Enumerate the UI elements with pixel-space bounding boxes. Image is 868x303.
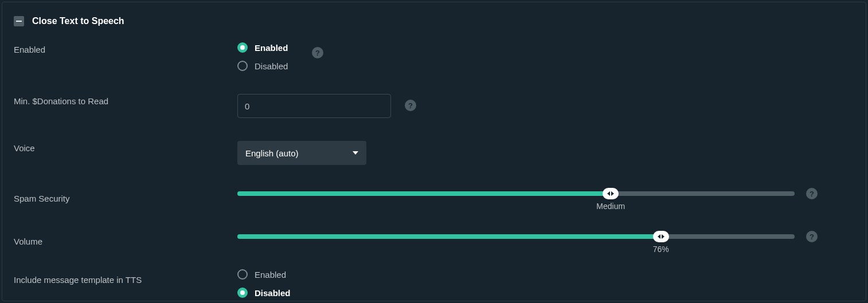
minus-icon <box>16 21 22 22</box>
control-spam-security: Medium ? <box>237 191 795 196</box>
control-min-donation: ? <box>237 94 391 118</box>
radio-template-disabled[interactable]: Disabled <box>237 288 291 298</box>
volume-value-label: 76% <box>653 245 669 254</box>
radio-label: Disabled <box>255 288 291 298</box>
radio-label: Enabled <box>255 43 288 53</box>
control-volume: 76% ? <box>237 234 795 239</box>
label-min-donation: Min. $Donations to Read <box>14 94 237 106</box>
voice-selected-value: English (auto) <box>245 148 299 158</box>
radio-label: Enabled <box>255 270 286 280</box>
radio-enabled-enabled[interactable]: Enabled <box>237 42 288 53</box>
label-include-template: Include message template in TTS <box>14 269 237 285</box>
control-voice: English (auto) <box>237 141 366 165</box>
help-icon[interactable]: ? <box>806 231 818 242</box>
help-icon[interactable]: ? <box>312 47 323 58</box>
control-include-template: Enabled Disabled <box>237 269 291 298</box>
panel-header: Close Text to Speech <box>14 16 854 26</box>
spam-value-label: Medium <box>596 202 625 211</box>
panel-title: Close Text to Speech <box>32 16 124 26</box>
slider-thumb[interactable] <box>653 231 669 242</box>
slider-thumb[interactable] <box>603 188 619 199</box>
row-enabled: Enabled Enabled Disabled ? <box>14 42 854 71</box>
radio-template-enabled[interactable]: Enabled <box>237 269 291 280</box>
label-volume: Volume <box>14 234 237 246</box>
row-volume: Volume 76% ? <box>14 234 854 246</box>
help-icon[interactable]: ? <box>806 188 818 199</box>
min-donation-input[interactable] <box>237 94 391 118</box>
radio-enabled-disabled[interactable]: Disabled <box>237 61 288 71</box>
spam-slider[interactable]: Medium ? <box>237 191 795 196</box>
radio-label: Disabled <box>255 61 288 71</box>
row-include-template: Include message template in TTS Enabled … <box>14 269 854 298</box>
volume-slider[interactable]: 76% ? <box>237 234 795 239</box>
label-enabled: Enabled <box>14 42 237 54</box>
label-spam-security: Spam Security <box>14 191 237 203</box>
control-enabled: Enabled Disabled ? <box>237 42 288 71</box>
voice-select[interactable]: English (auto) <box>237 141 366 165</box>
row-voice: Voice English (auto) <box>14 141 854 165</box>
chevron-down-icon <box>353 151 358 155</box>
include-template-radio-group: Enabled Disabled <box>237 269 291 298</box>
help-icon[interactable]: ? <box>405 100 416 111</box>
collapse-toggle[interactable] <box>14 16 24 26</box>
row-min-donation: Min. $Donations to Read ? <box>14 94 854 118</box>
row-spam-security: Spam Security Medium ? <box>14 191 854 203</box>
enabled-radio-group: Enabled Disabled <box>237 42 288 71</box>
tts-settings-panel: Close Text to Speech Enabled Enabled Dis… <box>2 2 866 301</box>
label-voice: Voice <box>14 141 237 153</box>
